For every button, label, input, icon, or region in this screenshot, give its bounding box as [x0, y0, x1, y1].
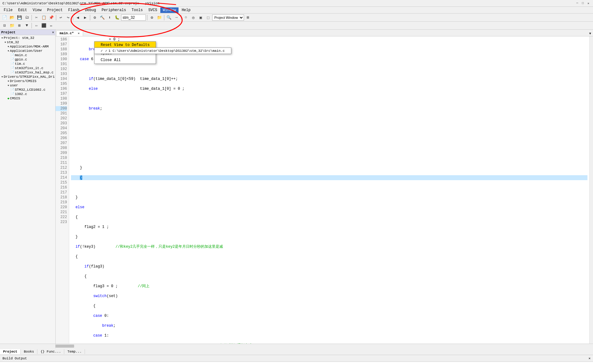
build-output-panel: Build Output ✕: [0, 355, 593, 362]
hscroll-thumb[interactable]: [56, 345, 74, 348]
menu-tools[interactable]: Tools: [129, 7, 145, 13]
options-btn[interactable]: ⚙: [149, 14, 155, 21]
menu-window[interactable]: Window: [160, 7, 179, 13]
fwd-btn[interactable]: ▶: [82, 14, 89, 21]
t2-btn6[interactable]: ⬛: [40, 22, 47, 29]
menu-file[interactable]: File: [1, 7, 15, 13]
sep1: [32, 15, 32, 20]
save-btn[interactable]: 💾: [16, 14, 23, 21]
proj-window-btn2[interactable]: ◎: [190, 14, 197, 21]
tree-app-user[interactable]: ▾ Application/User: [1, 49, 55, 53]
tree-drivers-hal[interactable]: ▾ Drivers/STM32F1xx_HAL_Dri: [1, 75, 55, 79]
menu-debug[interactable]: Debug: [82, 7, 99, 13]
t2-btn3[interactable]: ⊞: [16, 22, 23, 29]
proj-window-btn3[interactable]: ▣: [197, 14, 204, 21]
tab-project[interactable]: Project: [0, 349, 21, 354]
back-btn[interactable]: ◀: [74, 14, 81, 21]
tab-bar: main.c* ✕ ▼: [56, 30, 593, 36]
t2-btn5[interactable]: ⇦: [33, 22, 40, 29]
open-btn[interactable]: 📂: [9, 14, 15, 21]
build-output-label: Build Output: [2, 357, 27, 360]
project-tree[interactable]: ▾ Project: stm_32 ▾ stm_32 ▾ Application…: [0, 35, 55, 344]
minimize-button[interactable]: ─: [575, 1, 579, 6]
menu-help[interactable]: Help: [179, 7, 193, 13]
tree-folder-icon: ▾: [7, 49, 9, 53]
copy-btn[interactable]: 📋: [40, 14, 47, 21]
tab-temp[interactable]: Temp...: [64, 349, 85, 354]
reset-view-label: Reset View to Defaults: [101, 43, 149, 47]
tree-label: main.c: [15, 53, 27, 57]
cut-btn[interactable]: ✂: [33, 14, 40, 21]
sep4: [90, 15, 90, 20]
code-editor[interactable]: 186 187 188 189 190 191 192 193 194 195 …: [56, 36, 593, 344]
tree-tim-c[interactable]: 📄 tim.c: [1, 62, 55, 66]
tree-1302-c[interactable]: 📄 1302.c: [1, 92, 55, 96]
tree-file-icon: 📄: [11, 71, 14, 74]
tree-project-root[interactable]: ▾ Project: stm_32: [1, 36, 55, 40]
code-content[interactable]: = 0 ; break; case 6: //设置秒 if(time_data_…: [69, 36, 589, 344]
menu-svcs[interactable]: SVCS: [146, 7, 160, 13]
build-output-close[interactable]: ✕: [588, 356, 591, 360]
t2-btn7[interactable]: ✏: [48, 22, 55, 29]
layout-btn[interactable]: ⊞: [245, 14, 251, 21]
t2-dropdown-btn[interactable]: ▼: [23, 22, 30, 29]
proj-window-btn[interactable]: ○: [183, 14, 189, 21]
redo-btn[interactable]: ↪: [65, 14, 72, 21]
tree-expand-icon: ▾: [1, 36, 3, 40]
rebuild-btn[interactable]: 🔨: [99, 14, 106, 21]
goto-btn[interactable]: →: [173, 14, 180, 21]
download-btn[interactable]: ⬇: [106, 14, 113, 21]
vertical-scrollbar[interactable]: [589, 36, 593, 344]
editor-area: main.c* ✕ ▼ 186 187 188 189 190 191 192 …: [56, 30, 593, 344]
horizontal-scrollbar-row: [0, 344, 593, 348]
tree-user[interactable]: ▾ user: [1, 83, 55, 88]
menu-view[interactable]: View: [30, 7, 44, 13]
tree-mdk-arm[interactable]: ▾ Application/MDK-ARM: [1, 44, 55, 49]
tab-books[interactable]: Books: [21, 349, 37, 354]
tree-label: user: [10, 84, 18, 87]
menu-edit[interactable]: Edit: [16, 7, 30, 13]
menu-peripherals[interactable]: Peripherals: [99, 7, 128, 13]
editor-hscroll[interactable]: [56, 344, 593, 348]
save-all-btn[interactable]: 🗂: [23, 14, 30, 21]
tab-func[interactable]: {} Func...: [37, 349, 64, 354]
project-close-btn[interactable]: ✕: [52, 30, 54, 34]
tree-special-icon: ◆: [7, 97, 9, 100]
tree-label: CMSIS: [10, 97, 20, 100]
t2-btn1[interactable]: ⊡: [1, 22, 8, 29]
debug-btn[interactable]: 🐛: [114, 14, 120, 21]
tree-msp-c[interactable]: 📄 stm32f1xx_hal_msp.c: [1, 70, 55, 75]
tab-main-c[interactable]: main.c* ✕: [56, 31, 83, 36]
menu-project[interactable]: Project: [44, 7, 65, 13]
tab-close-icon[interactable]: ✕: [78, 32, 80, 35]
close-button[interactable]: ✕: [586, 1, 591, 6]
maximize-button[interactable]: □: [581, 1, 585, 6]
tree-lcd-c[interactable]: 📄 STM32_LCD1602.c: [1, 88, 55, 92]
project-window-select[interactable]: Project Window: [212, 14, 244, 21]
tree-folder-icon: ▾: [1, 75, 3, 79]
t2-btn2[interactable]: 📁: [9, 22, 15, 29]
tree-file-icon: 📄: [11, 58, 14, 61]
tree-gpio-c[interactable]: 📄 gpio.c: [1, 57, 55, 62]
tree-cmsis[interactable]: ◆ CMSIS: [1, 96, 55, 101]
paste-btn[interactable]: 📌: [48, 14, 55, 21]
menu-flash[interactable]: Flash: [66, 7, 82, 13]
menu-close-all[interactable]: Close All: [95, 57, 156, 64]
manage-btn[interactable]: 📁: [156, 14, 163, 21]
build-btn[interactable]: ⚙: [91, 14, 98, 21]
tree-drivers-cmsis[interactable]: ▾ Drivers/CMSIS: [1, 79, 55, 83]
sep3: [73, 15, 73, 20]
tab-collapse-btn[interactable]: ▼: [588, 31, 592, 36]
file-selector-item-1[interactable]: ✓ 1 C:\Users\Administrator\Desktop\DS130…: [95, 48, 231, 54]
project-name-input[interactable]: [121, 14, 146, 21]
find-btn[interactable]: 🔍: [166, 14, 172, 21]
tree-main-c[interactable]: 📄 main.c: [1, 53, 55, 57]
undo-btn[interactable]: ↩: [57, 14, 64, 21]
tree-label: Application/MDK-ARM: [10, 45, 48, 48]
proj-window-btn4[interactable]: ⬚: [205, 14, 212, 21]
tree-stm32[interactable]: ▾ stm_32: [1, 40, 55, 44]
new-file-btn[interactable]: 📄: [1, 14, 8, 21]
tree-label: tim.c: [15, 62, 25, 66]
tree-it-c[interactable]: 📄 stm32f1xx_it.c: [1, 66, 55, 70]
line-numbers: 186 187 188 189 190 191 192 193 194 195 …: [56, 36, 69, 344]
